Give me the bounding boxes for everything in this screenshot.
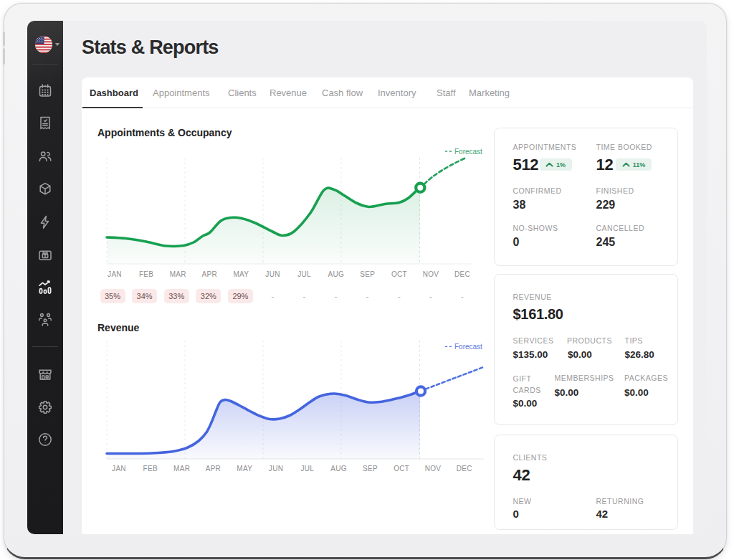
svg-text:JUL: JUL (297, 270, 311, 278)
svg-text:MAR: MAR (170, 270, 186, 278)
svg-text:AUG: AUG (330, 465, 347, 473)
svg-text:Forecast: Forecast (454, 148, 482, 156)
svg-text:FEB: FEB (143, 465, 158, 473)
svg-text:JUN: JUN (269, 465, 283, 473)
svg-text:APR: APR (202, 270, 217, 278)
svg-text:MAY: MAY (233, 270, 249, 278)
svg-text:DEC: DEC (454, 270, 470, 278)
svg-text:SEP: SEP (360, 270, 375, 278)
svg-text:MAR: MAR (173, 465, 190, 473)
svg-text:AUG: AUG (328, 270, 344, 278)
svg-text:OCT: OCT (394, 465, 409, 473)
svg-text:APR: APR (206, 465, 221, 473)
svg-text:JAN: JAN (112, 465, 126, 473)
svg-text:NOV: NOV (425, 465, 442, 473)
svg-text:DEC: DEC (457, 465, 472, 473)
svg-text:JUL: JUL (300, 465, 314, 473)
svg-text:Forecast: Forecast (454, 343, 482, 351)
svg-text:JAN: JAN (108, 270, 122, 278)
svg-text:JUN: JUN (265, 270, 280, 278)
svg-text:MAY: MAY (237, 465, 252, 473)
svg-text:NOV: NOV (423, 270, 439, 278)
svg-text:OCT: OCT (391, 270, 407, 278)
svg-text:FEB: FEB (139, 270, 153, 278)
svg-text:SEP: SEP (363, 465, 378, 473)
